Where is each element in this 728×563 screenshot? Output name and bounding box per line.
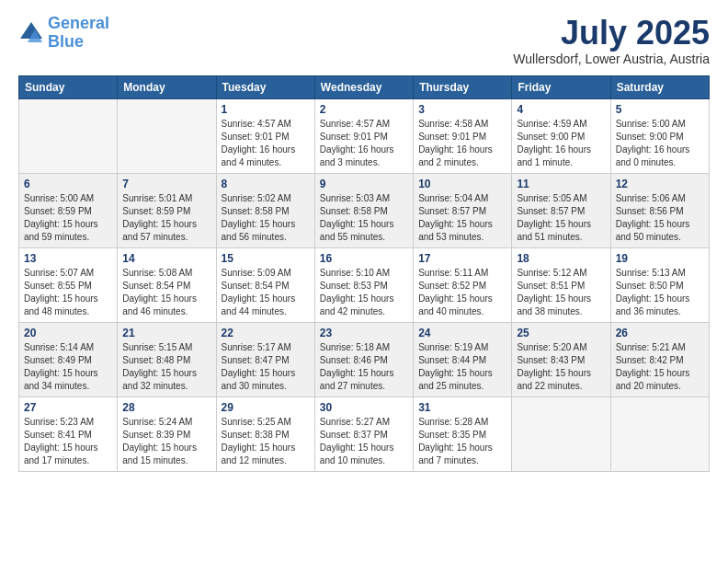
calendar-cell: 3Sunrise: 4:58 AM Sunset: 9:01 PM Daylig… bbox=[414, 98, 512, 173]
day-number: 13 bbox=[24, 252, 112, 265]
calendar-cell: 10Sunrise: 5:04 AM Sunset: 8:57 PM Dayli… bbox=[414, 173, 512, 247]
calendar-header-row: Sunday Monday Tuesday Wednesday Thursday… bbox=[19, 75, 710, 98]
calendar-week-row: 27Sunrise: 5:23 AM Sunset: 8:41 PM Dayli… bbox=[19, 396, 710, 471]
col-tuesday: Tuesday bbox=[216, 75, 314, 98]
calendar-week-row: 13Sunrise: 5:07 AM Sunset: 8:55 PM Dayli… bbox=[19, 247, 710, 322]
day-info: Sunrise: 4:57 AM Sunset: 9:01 PM Dayligh… bbox=[320, 118, 408, 169]
calendar-cell: 21Sunrise: 5:15 AM Sunset: 8:48 PM Dayli… bbox=[118, 322, 216, 396]
day-info: Sunrise: 5:18 AM Sunset: 8:46 PM Dayligh… bbox=[320, 341, 408, 393]
day-info: Sunrise: 5:04 AM Sunset: 8:57 PM Dayligh… bbox=[418, 192, 506, 244]
day-info: Sunrise: 5:06 AM Sunset: 8:56 PM Dayligh… bbox=[616, 192, 704, 244]
calendar-cell: 31Sunrise: 5:28 AM Sunset: 8:35 PM Dayli… bbox=[414, 396, 512, 471]
location: Wullersdorf, Lower Austria, Austria bbox=[513, 52, 710, 66]
day-number: 1 bbox=[222, 103, 310, 116]
calendar-cell bbox=[19, 98, 118, 173]
calendar-table: Sunday Monday Tuesday Wednesday Thursday… bbox=[18, 75, 710, 472]
calendar-cell: 12Sunrise: 5:06 AM Sunset: 8:56 PM Dayli… bbox=[610, 173, 709, 247]
day-number: 18 bbox=[517, 252, 605, 265]
calendar-cell: 23Sunrise: 5:18 AM Sunset: 8:46 PM Dayli… bbox=[314, 322, 413, 396]
col-sunday: Sunday bbox=[19, 75, 118, 98]
calendar-cell bbox=[118, 98, 216, 173]
day-number: 3 bbox=[418, 103, 506, 116]
day-number: 12 bbox=[616, 178, 704, 190]
day-number: 28 bbox=[122, 401, 210, 414]
day-number: 11 bbox=[517, 178, 605, 190]
day-number: 8 bbox=[222, 178, 310, 190]
day-info: Sunrise: 5:19 AM Sunset: 8:44 PM Dayligh… bbox=[418, 341, 506, 393]
logo-text: General Blue bbox=[48, 15, 109, 52]
calendar-cell: 16Sunrise: 5:10 AM Sunset: 8:53 PM Dayli… bbox=[314, 247, 413, 322]
day-info: Sunrise: 5:10 AM Sunset: 8:53 PM Dayligh… bbox=[320, 267, 408, 318]
col-thursday: Thursday bbox=[414, 75, 512, 98]
col-saturday: Saturday bbox=[610, 75, 709, 98]
day-number: 23 bbox=[320, 327, 408, 339]
page: General Blue July 2025 Wullersdorf, Lowe… bbox=[0, 0, 728, 490]
day-number: 2 bbox=[320, 103, 408, 116]
calendar-cell: 22Sunrise: 5:17 AM Sunset: 8:47 PM Dayli… bbox=[216, 322, 314, 396]
day-number: 5 bbox=[616, 103, 704, 116]
day-info: Sunrise: 4:59 AM Sunset: 9:00 PM Dayligh… bbox=[517, 118, 605, 169]
calendar-cell: 6Sunrise: 5:00 AM Sunset: 8:59 PM Daylig… bbox=[19, 173, 118, 247]
day-number: 24 bbox=[418, 327, 506, 339]
day-info: Sunrise: 5:05 AM Sunset: 8:57 PM Dayligh… bbox=[517, 192, 605, 244]
day-number: 9 bbox=[320, 178, 408, 190]
day-info: Sunrise: 5:25 AM Sunset: 8:38 PM Dayligh… bbox=[222, 416, 310, 467]
day-info: Sunrise: 5:09 AM Sunset: 8:54 PM Dayligh… bbox=[222, 267, 310, 318]
day-info: Sunrise: 5:17 AM Sunset: 8:47 PM Dayligh… bbox=[222, 341, 310, 393]
calendar-cell: 19Sunrise: 5:13 AM Sunset: 8:50 PM Dayli… bbox=[610, 247, 709, 322]
col-friday: Friday bbox=[512, 75, 610, 98]
header: General Blue July 2025 Wullersdorf, Lowe… bbox=[18, 15, 710, 66]
day-number: 29 bbox=[222, 401, 310, 414]
day-number: 22 bbox=[222, 327, 310, 339]
calendar-cell: 11Sunrise: 5:05 AM Sunset: 8:57 PM Dayli… bbox=[512, 173, 610, 247]
day-number: 16 bbox=[320, 252, 408, 265]
day-info: Sunrise: 5:00 AM Sunset: 9:00 PM Dayligh… bbox=[616, 118, 704, 169]
calendar-cell: 28Sunrise: 5:24 AM Sunset: 8:39 PM Dayli… bbox=[118, 396, 216, 471]
calendar-cell: 13Sunrise: 5:07 AM Sunset: 8:55 PM Dayli… bbox=[19, 247, 118, 322]
day-number: 17 bbox=[418, 252, 506, 265]
title-block: July 2025 Wullersdorf, Lower Austria, Au… bbox=[513, 15, 710, 66]
day-number: 30 bbox=[320, 401, 408, 414]
day-number: 25 bbox=[517, 327, 605, 339]
day-number: 27 bbox=[24, 401, 112, 414]
day-info: Sunrise: 4:58 AM Sunset: 9:01 PM Dayligh… bbox=[418, 118, 506, 169]
day-info: Sunrise: 5:00 AM Sunset: 8:59 PM Dayligh… bbox=[24, 192, 112, 244]
calendar-cell: 20Sunrise: 5:14 AM Sunset: 8:49 PM Dayli… bbox=[19, 322, 118, 396]
day-number: 21 bbox=[122, 327, 210, 339]
day-info: Sunrise: 5:28 AM Sunset: 8:35 PM Dayligh… bbox=[418, 416, 506, 467]
day-info: Sunrise: 5:23 AM Sunset: 8:41 PM Dayligh… bbox=[24, 416, 112, 467]
calendar-cell: 17Sunrise: 5:11 AM Sunset: 8:52 PM Dayli… bbox=[414, 247, 512, 322]
logo-icon bbox=[18, 20, 44, 46]
calendar-cell bbox=[610, 396, 709, 471]
day-number: 19 bbox=[616, 252, 704, 265]
day-info: Sunrise: 5:20 AM Sunset: 8:43 PM Dayligh… bbox=[517, 341, 605, 393]
day-info: Sunrise: 5:12 AM Sunset: 8:51 PM Dayligh… bbox=[517, 267, 605, 318]
calendar-week-row: 20Sunrise: 5:14 AM Sunset: 8:49 PM Dayli… bbox=[19, 322, 710, 396]
calendar-cell: 1Sunrise: 4:57 AM Sunset: 9:01 PM Daylig… bbox=[216, 98, 314, 173]
calendar-week-row: 1Sunrise: 4:57 AM Sunset: 9:01 PM Daylig… bbox=[19, 98, 710, 173]
calendar-cell: 29Sunrise: 5:25 AM Sunset: 8:38 PM Dayli… bbox=[216, 396, 314, 471]
day-number: 6 bbox=[24, 178, 112, 190]
day-info: Sunrise: 5:13 AM Sunset: 8:50 PM Dayligh… bbox=[616, 267, 704, 318]
day-number: 14 bbox=[122, 252, 210, 265]
day-info: Sunrise: 5:11 AM Sunset: 8:52 PM Dayligh… bbox=[418, 267, 506, 318]
day-info: Sunrise: 5:15 AM Sunset: 8:48 PM Dayligh… bbox=[122, 341, 210, 393]
calendar-cell: 5Sunrise: 5:00 AM Sunset: 9:00 PM Daylig… bbox=[610, 98, 709, 173]
day-info: Sunrise: 4:57 AM Sunset: 9:01 PM Dayligh… bbox=[222, 118, 310, 169]
day-info: Sunrise: 5:07 AM Sunset: 8:55 PM Dayligh… bbox=[24, 267, 112, 318]
calendar-cell: 2Sunrise: 4:57 AM Sunset: 9:01 PM Daylig… bbox=[314, 98, 413, 173]
calendar-cell: 30Sunrise: 5:27 AM Sunset: 8:37 PM Dayli… bbox=[314, 396, 413, 471]
calendar-week-row: 6Sunrise: 5:00 AM Sunset: 8:59 PM Daylig… bbox=[19, 173, 710, 247]
calendar-cell: 18Sunrise: 5:12 AM Sunset: 8:51 PM Dayli… bbox=[512, 247, 610, 322]
logo: General Blue bbox=[18, 15, 109, 52]
calendar-cell: 26Sunrise: 5:21 AM Sunset: 8:42 PM Dayli… bbox=[610, 322, 709, 396]
calendar-cell: 8Sunrise: 5:02 AM Sunset: 8:58 PM Daylig… bbox=[216, 173, 314, 247]
calendar-cell: 9Sunrise: 5:03 AM Sunset: 8:58 PM Daylig… bbox=[314, 173, 413, 247]
calendar-cell: 24Sunrise: 5:19 AM Sunset: 8:44 PM Dayli… bbox=[414, 322, 512, 396]
day-number: 7 bbox=[122, 178, 210, 190]
calendar-cell: 7Sunrise: 5:01 AM Sunset: 8:59 PM Daylig… bbox=[118, 173, 216, 247]
day-number: 15 bbox=[222, 252, 310, 265]
day-info: Sunrise: 5:01 AM Sunset: 8:59 PM Dayligh… bbox=[122, 192, 210, 244]
col-monday: Monday bbox=[118, 75, 216, 98]
calendar-cell: 15Sunrise: 5:09 AM Sunset: 8:54 PM Dayli… bbox=[216, 247, 314, 322]
